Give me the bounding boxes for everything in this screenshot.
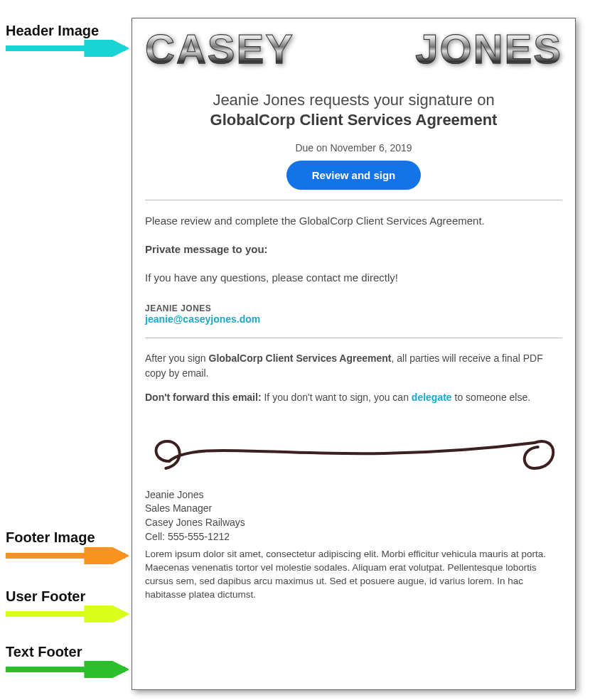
dont-forward-bold: Don't forward this email: [145, 392, 262, 403]
user-footer-cell: Cell: 555-555-1212 [145, 530, 562, 544]
callout-header-image: Header Image [6, 23, 99, 39]
user-footer-title: Sales Manager [145, 502, 562, 516]
user-footer-company: Casey Jones Railways [145, 516, 562, 530]
footer-image [145, 427, 562, 477]
after-sign-prefix: After you sign [145, 352, 209, 364]
callout-user-footer: User Footer [6, 588, 85, 605]
sender-email-link[interactable]: jeanie@caseyjones.dom [145, 313, 562, 325]
divider [145, 200, 562, 200]
email-frame: CASEY JONES Jeanie Jones requests your s… [132, 18, 576, 690]
user-footer: Jeanie Jones Sales Manager Casey Jones R… [145, 488, 562, 544]
private-message-body: If you have any questions, please contac… [145, 270, 562, 286]
text-footer: Lorem ipsum dolor sit amet, consectetur … [145, 548, 562, 602]
arrow-user-footer [4, 605, 129, 623]
divider [145, 338, 562, 338]
delegate-link[interactable]: delegate [412, 392, 452, 403]
review-and-sign-button[interactable]: Review and sign [286, 161, 422, 190]
private-message-label: Private message to you: [145, 242, 562, 257]
arrow-header-image [4, 40, 129, 57]
intro-text: Please review and complete the GlobalCor… [145, 213, 562, 229]
dont-forward-mid: If you don't want to sign, you can [262, 392, 412, 403]
after-sign-doc: GlobalCorp Client Services Agreement [209, 352, 392, 364]
arrow-footer-image [4, 547, 129, 564]
callout-text-footer: Text Footer [6, 644, 82, 660]
header-image: CASEY JONES [145, 28, 562, 70]
title-document-name: GlobalCorp Client Services Agreement [145, 111, 562, 129]
logo-last: JONES [415, 28, 562, 70]
sender-name: JEANIE JONES [145, 303, 562, 313]
due-date: Due on November 6, 2019 [145, 142, 562, 154]
user-footer-name: Jeanie Jones [145, 488, 562, 502]
after-sign-note: After you sign GlobalCorp Client Service… [145, 351, 562, 380]
dont-forward-note: Don't forward this email: If you don't w… [145, 392, 562, 403]
dont-forward-tail: to someone else. [452, 392, 531, 403]
logo-first: CASEY [145, 28, 294, 70]
arrow-text-footer [4, 661, 129, 678]
callout-footer-image: Footer Image [6, 529, 95, 546]
title-requester-line: Jeanie Jones requests your signature on [145, 91, 562, 109]
